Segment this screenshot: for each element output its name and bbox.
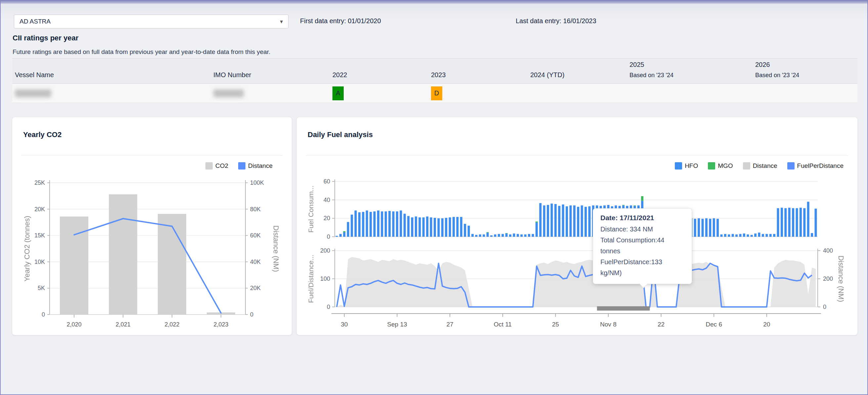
legend-item-co2[interactable]: CO2 — [206, 162, 228, 170]
hfo-bar[interactable] — [517, 234, 519, 237]
hfo-bar[interactable] — [501, 234, 504, 237]
mgo-bar[interactable] — [633, 205, 636, 206]
hfo-bar[interactable] — [585, 207, 587, 237]
hfo-bar[interactable] — [781, 207, 783, 237]
distance-area[interactable] — [337, 257, 816, 307]
hfo-bar[interactable] — [418, 218, 421, 237]
hfo-bar[interactable] — [701, 219, 704, 237]
hfo-bar[interactable] — [366, 210, 368, 237]
daily-fuel-chart[interactable]: 0204060Fuel Consum...01002000200400Fuel/… — [307, 173, 856, 329]
legend-item-mgo[interactable]: MGO — [708, 162, 733, 170]
hfo-bar[interactable] — [336, 236, 338, 237]
hfo-bar[interactable] — [415, 217, 417, 237]
hfo-bar[interactable] — [558, 206, 560, 237]
hfo-bar[interactable] — [494, 234, 496, 237]
hfo-bar[interactable] — [362, 212, 364, 237]
legend-item-hfo[interactable]: HFO — [675, 162, 698, 170]
hfo-bar[interactable] — [573, 205, 576, 237]
hfo-bar[interactable] — [532, 234, 534, 237]
hfo-bar[interactable] — [423, 218, 425, 237]
hfo-bar[interactable] — [528, 234, 530, 237]
hfo-bar[interactable] — [471, 234, 474, 237]
hfo-bar[interactable] — [694, 219, 696, 237]
hfo-bar[interactable] — [490, 235, 493, 237]
hfo-bar[interactable] — [479, 234, 481, 237]
hfo-bar[interactable] — [437, 218, 440, 237]
hfo-bar[interactable] — [705, 218, 708, 237]
hfo-bar[interactable] — [788, 207, 790, 237]
hfo-bar[interactable] — [464, 224, 466, 237]
hfo-bar[interactable] — [524, 234, 527, 237]
hfo-bar[interactable] — [754, 233, 756, 237]
yearly-co2-chart[interactable]: 05K10K15K20K25K020K40K60K80K100K2,0202,0… — [12, 173, 292, 329]
hfo-bar[interactable] — [713, 218, 715, 237]
hfo-bar[interactable] — [339, 234, 342, 237]
distance-line[interactable] — [74, 219, 221, 313]
hfo-bar[interactable] — [796, 208, 798, 237]
hfo-bar[interactable] — [407, 216, 409, 237]
legend-item-fuelperdistance[interactable]: FuelPerDistance — [787, 162, 843, 170]
hfo-bar[interactable] — [396, 211, 398, 237]
hfo-bar[interactable] — [566, 206, 568, 237]
hfo-bar[interactable] — [400, 210, 402, 237]
hfo-bar[interactable] — [698, 218, 700, 237]
hfo-bar[interactable] — [354, 210, 357, 237]
hfo-bar[interactable] — [811, 233, 813, 237]
hfo-bar[interactable] — [728, 234, 730, 237]
hfo-bar[interactable] — [430, 218, 432, 237]
co2-bar[interactable] — [158, 214, 186, 314]
hfo-bar[interactable] — [441, 218, 443, 237]
hfo-bar[interactable] — [509, 234, 512, 237]
hfo-bar[interactable] — [377, 210, 379, 237]
hfo-bar[interactable] — [769, 234, 772, 237]
hfo-bar[interactable] — [426, 217, 428, 237]
hfo-bar[interactable] — [449, 218, 451, 237]
hfo-bar[interactable] — [581, 205, 583, 237]
hfo-bar[interactable] — [551, 204, 553, 237]
hfo-bar[interactable] — [803, 208, 805, 237]
hfo-bar[interactable] — [535, 223, 538, 237]
hfo-bar[interactable] — [569, 205, 571, 237]
hfo-bar[interactable] — [577, 207, 579, 237]
mgo-bar[interactable] — [505, 233, 508, 233]
hfo-bar[interactable] — [513, 233, 515, 237]
mgo-bar[interactable] — [343, 231, 345, 232]
hfo-bar[interactable] — [445, 218, 447, 237]
hfo-bar[interactable] — [792, 208, 794, 237]
hfo-bar[interactable] — [351, 215, 353, 237]
hfo-bar[interactable] — [343, 232, 345, 237]
hfo-bar[interactable] — [404, 214, 406, 237]
hfo-bar[interactable] — [381, 211, 383, 237]
hfo-bar[interactable] — [554, 204, 557, 237]
hfo-bar[interactable] — [347, 222, 349, 237]
hfo-bar[interactable] — [453, 217, 455, 237]
hfo-bar[interactable] — [724, 234, 726, 237]
hfo-bar[interactable] — [762, 234, 764, 237]
hfo-bar[interactable] — [547, 205, 549, 237]
hfo-bar[interactable] — [735, 234, 738, 237]
hfo-bar[interactable] — [392, 211, 395, 237]
hfo-bar[interactable] — [562, 205, 564, 237]
hfo-bar[interactable] — [709, 219, 711, 237]
hfo-bar[interactable] — [520, 234, 523, 237]
mgo-bar[interactable] — [535, 222, 538, 223]
hfo-bar[interactable] — [588, 206, 590, 237]
hfo-bar[interactable] — [750, 235, 753, 237]
hfo-bar[interactable] — [720, 234, 722, 237]
hfo-bar[interactable] — [498, 234, 500, 237]
hfo-bar[interactable] — [468, 226, 470, 237]
hfo-bar[interactable] — [732, 234, 734, 237]
hfo-bar[interactable] — [434, 218, 436, 237]
hfo-bar[interactable] — [460, 217, 462, 237]
legend-item-distance[interactable]: Distance — [238, 162, 273, 170]
hfo-bar[interactable] — [505, 233, 508, 237]
hfo-bar[interactable] — [487, 232, 489, 237]
hfo-bar[interactable] — [747, 234, 749, 237]
hfo-bar[interactable] — [800, 207, 802, 237]
co2-bar[interactable] — [109, 194, 137, 314]
hfo-bar[interactable] — [784, 208, 786, 237]
mgo-bar[interactable] — [641, 196, 643, 201]
hfo-bar[interactable] — [358, 212, 361, 237]
legend-item-distance[interactable]: Distance — [743, 162, 777, 170]
hfo-bar[interactable] — [807, 202, 809, 237]
